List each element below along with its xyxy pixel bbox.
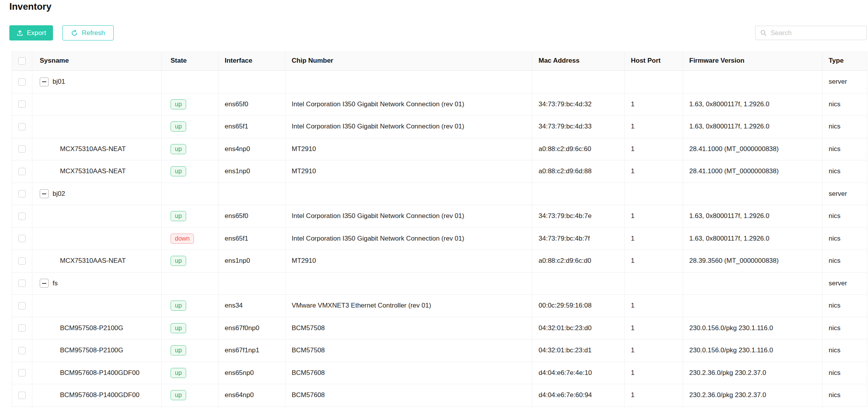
sysname-cell: BCM957508-P2100G xyxy=(32,317,162,340)
state-cell: up xyxy=(162,339,218,362)
select-all-checkbox-cell xyxy=(12,51,32,71)
chip-cell: VMware VMXNET3 Ethernet Controller (rev … xyxy=(285,295,532,317)
sysname-cell xyxy=(32,295,162,317)
sysname-cell: bj01 xyxy=(32,71,162,93)
host_port-cell: 1 xyxy=(625,295,683,317)
mac-cell xyxy=(532,71,625,93)
collapse-button[interactable] xyxy=(40,77,49,86)
minus-icon xyxy=(42,81,46,82)
host_port-cell: 1 xyxy=(625,138,683,161)
row-checkbox-cell xyxy=(12,138,32,161)
sysname-cell: bj02 xyxy=(32,183,162,206)
row-checkbox[interactable] xyxy=(18,145,26,153)
type-cell: server xyxy=(822,71,867,93)
firmware-cell: 28.41.1000 (MT_0000000838) xyxy=(683,138,822,161)
state-badge: up xyxy=(171,345,186,355)
state-badge: up xyxy=(171,390,186,400)
host_port-cell xyxy=(625,183,683,206)
row-checkbox-cell xyxy=(12,250,32,273)
mac-cell: a0:88:c2:d9:6c:60 xyxy=(532,138,625,161)
type-cell: nics xyxy=(822,160,867,183)
refresh-icon xyxy=(71,30,78,37)
column-header-mac: Mac Address xyxy=(532,51,625,71)
state-cell: up xyxy=(162,116,218,138)
type-cell: server xyxy=(822,183,867,206)
type-cell: nics xyxy=(822,116,867,138)
table-header-row: SysnameStateInterfaceChip NumberMac Addr… xyxy=(12,51,867,71)
row-checkbox[interactable] xyxy=(18,280,26,287)
row-checkbox[interactable] xyxy=(18,392,26,399)
select-all-checkbox[interactable] xyxy=(18,57,26,65)
row-checkbox[interactable] xyxy=(18,213,26,220)
row-checkbox[interactable] xyxy=(18,347,26,354)
table-row: upens65f1Intel Corporation I350 Gigabit … xyxy=(12,116,867,138)
export-icon xyxy=(16,30,23,37)
state-badge: up xyxy=(171,144,186,154)
host_port-cell: 1 xyxy=(625,339,683,362)
search-input[interactable] xyxy=(770,29,862,37)
table-row: BCM957508-P2100Gupens67f1np1BCM5750804:3… xyxy=(12,339,867,362)
mac-cell: 04:32:01:bc:23:d1 xyxy=(532,339,625,362)
firmware-cell xyxy=(683,183,822,206)
sysname-label: MCX75310AAS-NEAT xyxy=(40,145,126,153)
interface-cell: ens65f1 xyxy=(218,228,285,250)
host_port-cell: 1 xyxy=(625,250,683,273)
interface-cell: ens1np0 xyxy=(218,160,285,183)
host_port-cell: 1 xyxy=(625,205,683,228)
search-icon xyxy=(760,30,767,36)
table-row: BCM957508-P2100Gupens67f0np0BCM5750804:3… xyxy=(12,317,867,340)
table-row: bj02server xyxy=(12,183,867,206)
mac-cell: d4:04:e6:7e:60:94 xyxy=(532,384,625,407)
sysname-cell: BCM957608-P1400GDF00 xyxy=(32,384,162,407)
collapse-button[interactable] xyxy=(40,279,49,288)
sysname-cell: MCX75310AAS-NEAT xyxy=(32,160,162,183)
row-checkbox[interactable] xyxy=(18,302,26,310)
firmware-cell: 28.39.3560 (MT_0000000838) xyxy=(683,250,822,273)
row-checkbox[interactable] xyxy=(18,235,26,242)
row-checkbox[interactable] xyxy=(18,324,26,332)
collapse-button[interactable] xyxy=(40,189,49,198)
type-cell: nics xyxy=(822,384,867,407)
row-checkbox-cell xyxy=(12,362,32,385)
row-checkbox[interactable] xyxy=(18,78,26,86)
state-cell: up xyxy=(162,317,218,340)
mac-cell: a0:88:c2:d9:6c:d0 xyxy=(532,250,625,273)
column-header-state: State xyxy=(162,51,218,71)
row-checkbox-cell xyxy=(12,183,32,206)
mac-cell: 34:73:79:bc:4d:33 xyxy=(532,116,625,138)
row-checkbox[interactable] xyxy=(18,190,26,197)
table-row: BCM957608-P1400GDF00upens64np0BCM57608d4… xyxy=(12,384,867,407)
interface-cell: ens65f0 xyxy=(218,205,285,228)
state-cell xyxy=(162,183,218,206)
row-checkbox-cell xyxy=(12,295,32,317)
chip-cell xyxy=(285,71,532,93)
firmware-cell: 1.63, 0x8000117f, 1.2926.0 xyxy=(683,228,822,250)
state-cell: up xyxy=(162,362,218,385)
host_port-cell: 1 xyxy=(625,362,683,385)
mac-cell: 00:0c:29:59:16:08 xyxy=(532,295,625,317)
interface-cell: ens34 xyxy=(218,295,285,317)
sysname-cell: BCM957608-P1400GDF00 xyxy=(32,362,162,385)
sysname-label: fs xyxy=(53,280,58,287)
minus-icon xyxy=(42,193,46,194)
interface-cell: ens1np0 xyxy=(218,250,285,273)
sysname-label: MCX75310AAS-NEAT xyxy=(40,257,126,265)
row-checkbox[interactable] xyxy=(18,168,26,175)
chip-cell: MT2910 xyxy=(285,138,532,161)
row-checkbox-cell xyxy=(12,160,32,183)
state-cell: up xyxy=(162,93,218,116)
export-button[interactable]: Export xyxy=(9,25,53,40)
table-row: MCX75310AAS-NEATupens1np0MT2910a0:88:c2:… xyxy=(12,160,867,183)
firmware-cell: 230.0.156.0/pkg 230.1.116.0 xyxy=(683,317,822,340)
row-checkbox[interactable] xyxy=(18,369,26,376)
row-checkbox-cell xyxy=(12,228,32,250)
row-checkbox[interactable] xyxy=(18,123,26,130)
row-checkbox[interactable] xyxy=(18,100,26,108)
row-checkbox[interactable] xyxy=(18,257,26,265)
state-cell: up xyxy=(162,160,218,183)
sysname-cell xyxy=(32,228,162,250)
chip-cell: Intel Corporation I350 Gigabit Network C… xyxy=(285,93,532,116)
table-header: SysnameStateInterfaceChip NumberMac Addr… xyxy=(12,51,867,71)
column-header-type: Type xyxy=(822,51,867,71)
refresh-button[interactable]: Refresh xyxy=(62,25,114,40)
